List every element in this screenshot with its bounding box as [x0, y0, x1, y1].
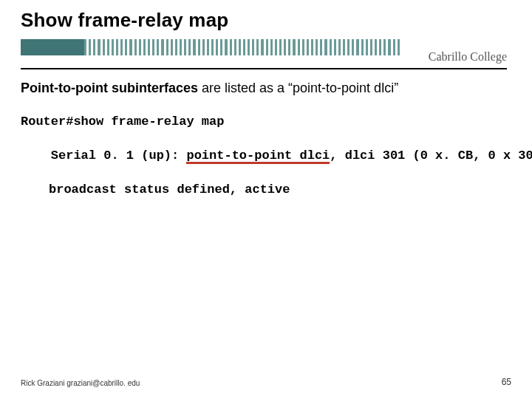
subtitle-bold: Point-to-point subinterfaces — [21, 81, 198, 95]
cli-line-3: broadcast status defined, active — [21, 182, 517, 199]
page-number: 65 — [502, 377, 511, 387]
horizontal-rule — [21, 68, 507, 69]
cli-line-1: Router#show frame-relay map — [21, 114, 517, 131]
cli-line-2-underlined: point-to-point dlci — [186, 149, 330, 163]
band-stripes — [84, 39, 402, 55]
cli-output: Router#show frame-relay map Serial 0. 1 … — [0, 96, 532, 199]
cli-line-2: Serial 0. 1 (up): point-to-point dlci, d… — [21, 131, 517, 182]
footer-author: Rick Graziani graziani@cabrillo. edu — [21, 379, 140, 387]
slide-title: Show frame-relay map — [0, 0, 532, 35]
cli-line-2-pre: Serial 0. 1 (up): — [51, 149, 187, 163]
brand-label: Cabrillo College — [429, 50, 507, 64]
cli-line-2-post: , dlci 301 (0 x. CB, 0 x 30 B 0), — [330, 149, 532, 163]
subtitle-rest: are listed as a “point-to-point dlci” — [198, 81, 398, 95]
band-solid — [21, 39, 84, 55]
